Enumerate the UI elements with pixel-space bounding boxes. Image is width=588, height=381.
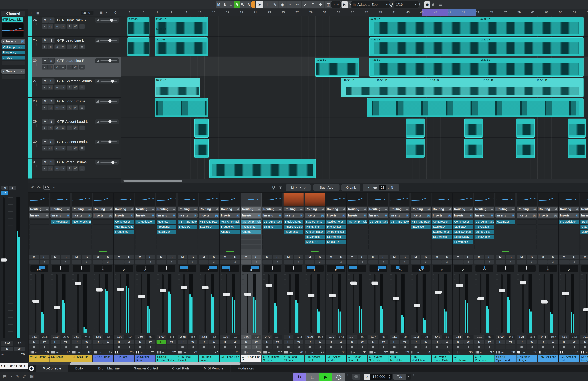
fader-value[interactable]: -5.00: [496, 335, 505, 339]
inserts-rack-header[interactable]: Inserts▣: [93, 213, 113, 218]
edit-channel-button[interactable]: e: [61, 260, 70, 264]
insert-slot-empty[interactable]: [93, 225, 113, 229]
track-row[interactable]: 25MSGTR Lead Line L●◁e∞RW≣: [28, 37, 121, 57]
peak-value[interactable]: -8.5: [103, 335, 113, 339]
read-automation-icon[interactable]: R: [67, 146, 72, 150]
solo-button[interactable]: S: [188, 255, 197, 259]
record-enable-button[interactable]: [114, 345, 124, 349]
fader-cap[interactable]: [499, 289, 505, 292]
peak-value[interactable]: -13.3: [294, 335, 303, 339]
add-track-icon[interactable]: +: [30, 11, 32, 16]
listen-button[interactable]: ◦: [114, 260, 124, 264]
peak-value[interactable]: -19.7: [548, 335, 558, 339]
fader-groove[interactable]: [162, 274, 164, 333]
fader-groove[interactable]: [289, 274, 291, 333]
monitor-button[interactable]: [485, 345, 494, 349]
insert-slot-empty[interactable]: [157, 245, 176, 249]
fader-value[interactable]: -0.81: [453, 335, 463, 339]
pan-control[interactable]: C: [94, 265, 112, 272]
insert-slot-empty[interactable]: [538, 240, 558, 244]
listen-button[interactable]: ◦: [411, 260, 420, 264]
slider-knob[interactable]: [108, 59, 111, 62]
pan-control[interactable]: R: [370, 265, 387, 272]
edit-channel-button[interactable]: e: [400, 260, 409, 264]
routing-rack-header[interactable]: Routing⇄: [517, 207, 537, 212]
routing-rack-header[interactable]: Routing⇄: [50, 207, 70, 212]
peak-value[interactable]: -22.1: [569, 335, 579, 339]
peak-value[interactable]: -oo: [379, 335, 388, 339]
read-automation-button[interactable]: R: [1, 347, 13, 351]
inserts-rack-header[interactable]: Inserts▣: [411, 213, 431, 218]
track-volume-slider[interactable]: [95, 160, 119, 165]
fader-cap[interactable]: [138, 295, 145, 298]
mute-button[interactable]: M: [559, 255, 569, 259]
read-automation-button[interactable]: R: [220, 340, 230, 344]
read-automation-button[interactable]: R: [305, 340, 315, 344]
peak-value[interactable]: -74.2: [82, 335, 91, 339]
routing-rack-header[interactable]: Routing⇄: [29, 207, 49, 212]
mute-button[interactable]: M: [538, 255, 547, 259]
insert-slot-empty[interactable]: [453, 245, 473, 249]
channel-name[interactable]: GTR Modulation Hits R: [411, 355, 431, 362]
inserts-rack-header[interactable]: Inserts▣: [50, 213, 70, 218]
channel-name[interactable]: GTR Verse Strums R: [368, 355, 389, 362]
monitor-button[interactable]: [336, 345, 346, 349]
monitor-icon[interactable]: ◁: [48, 106, 53, 110]
edit-channel-button[interactable]: e: [188, 260, 197, 264]
pan-control[interactable]: C: [52, 265, 69, 272]
write-automation-icon[interactable]: W: [73, 45, 78, 49]
pencil-icon[interactable]: ✎: [16, 374, 19, 379]
fader-value[interactable]: -11.9: [474, 335, 484, 339]
inserts-rack-header[interactable]: Inserts▣: [390, 213, 409, 218]
channel-curve-thumbnail[interactable]: [29, 193, 49, 206]
insert-slot[interactable]: Maximizer: [496, 219, 515, 224]
track-volume-slider[interactable]: [95, 99, 119, 104]
inserts-rack-header[interactable]: Inserts▣: [495, 213, 515, 218]
fader-value[interactable]: -13.8: [29, 335, 39, 339]
insert-slot-empty[interactable]: [559, 234, 579, 239]
edit-channel-icon[interactable]: e: [55, 166, 60, 171]
edit-channel-button[interactable]: e: [252, 260, 261, 264]
insert-slot[interactable]: Magneto II: [157, 219, 176, 224]
zoom-palette-icon[interactable]: ↕: [387, 186, 389, 190]
monitor-button[interactable]: [442, 345, 452, 349]
fader-cap[interactable]: [266, 284, 272, 287]
pan-control[interactable]: R69: [30, 265, 48, 272]
insert-slot-empty[interactable]: [51, 230, 70, 234]
insert-slot-empty[interactable]: [538, 230, 558, 234]
fader-groove[interactable]: [205, 274, 206, 333]
insert-slot-empty[interactable]: [29, 234, 49, 239]
pencil-tool-icon[interactable]: ✎: [271, 1, 278, 8]
write-automation-icon[interactable]: W: [73, 166, 78, 171]
pan-control[interactable]: R: [327, 265, 345, 272]
solo-button[interactable]: S: [146, 255, 155, 259]
solo-button[interactable]: S: [125, 255, 134, 259]
record-enable-button[interactable]: [178, 345, 187, 349]
solo-button[interactable]: S: [167, 255, 176, 259]
solo-button[interactable]: S: [48, 38, 54, 43]
insert-slot-empty[interactable]: [51, 234, 70, 239]
listen-button[interactable]: ◦: [51, 260, 60, 264]
pan-control[interactable]: R: [242, 265, 260, 272]
insert-slot-empty[interactable]: [72, 230, 91, 234]
track-row[interactable]: 26MSGTR Lead Line R●◁e∞RW≣: [28, 57, 121, 77]
write-automation-button[interactable]: W: [421, 340, 431, 344]
insert-slot-empty[interactable]: [390, 245, 409, 249]
routing-rack-header[interactable]: Routing⇄: [284, 207, 304, 212]
record-enable-button[interactable]: [241, 345, 251, 349]
listen-button[interactable]: ◦: [517, 260, 526, 264]
insert-slot-empty[interactable]: [135, 225, 155, 229]
read-automation-button[interactable]: R: [559, 340, 569, 344]
channel-curve-thumbnail[interactable]: [368, 193, 388, 206]
track-name[interactable]: GTR Accent Lead R: [57, 140, 88, 144]
write-automation-button[interactable]: W: [209, 340, 219, 344]
insert-slot-empty[interactable]: [135, 230, 155, 234]
routing-rack-header[interactable]: Routing⇄: [156, 207, 176, 212]
read-automation-icon[interactable]: R: [67, 106, 72, 110]
record-enable-icon[interactable]: ●: [42, 106, 47, 110]
insert-slot-empty[interactable]: [72, 234, 91, 239]
insert-slot-empty[interactable]: [474, 240, 494, 244]
fader-cap[interactable]: [414, 304, 420, 307]
insert-slot[interactable]: REVerence: [326, 234, 346, 239]
audio-event[interactable]: [568, 139, 586, 158]
